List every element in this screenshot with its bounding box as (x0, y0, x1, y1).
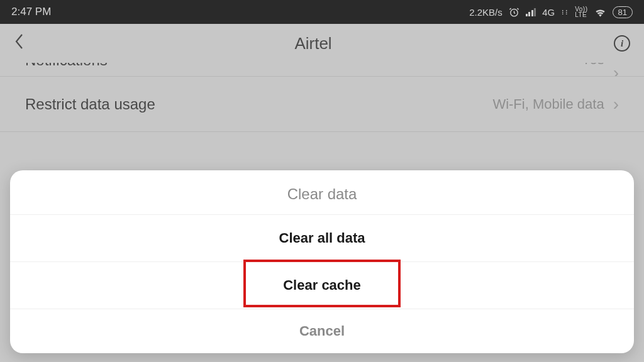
row-label: Restrict data usage (25, 96, 155, 113)
chevron-right-icon: › (613, 94, 619, 114)
clear-all-data-button[interactable]: Clear all data (10, 215, 634, 262)
row-value: Yes (108, 63, 604, 68)
row-value: Wi-Fi, Mobile data (155, 96, 604, 112)
row-notifications[interactable]: Notifications Yes › (0, 63, 644, 77)
row-label: Notifications (25, 63, 108, 69)
chevron-right-icon: › (613, 63, 619, 77)
status-time: 2:47 PM (11, 6, 51, 18)
network-speed: 2.2KB/s (469, 7, 502, 18)
network-type: 4G (542, 7, 555, 18)
app-header: Airtel i (0, 24, 644, 63)
sheet-title: Clear data (10, 170, 634, 215)
battery-icon: 81 (613, 6, 633, 18)
status-right: 2.2KB/s 4G ⫶⫶ Vo))LTE 81 (51, 6, 633, 18)
wifi-icon (594, 8, 606, 17)
cancel-button[interactable]: Cancel (10, 309, 634, 353)
alarm-icon (509, 7, 519, 18)
status-bar: 2:47 PM 2.2KB/s 4G ⫶⫶ Vo))LTE 81 (0, 0, 644, 24)
clear-data-sheet: Clear data Clear all data Clear cache Ca… (10, 170, 634, 353)
clear-cache-button[interactable]: Clear cache (10, 262, 634, 309)
row-restrict-data[interactable]: Restrict data usage Wi-Fi, Mobile data › (0, 77, 644, 132)
volte-icon: Vo))LTE (575, 6, 587, 18)
info-icon[interactable]: i (614, 35, 630, 52)
clear-cache-label: Clear cache (283, 277, 361, 293)
signal-icon (526, 8, 536, 16)
page-title: Airtel (13, 34, 614, 53)
